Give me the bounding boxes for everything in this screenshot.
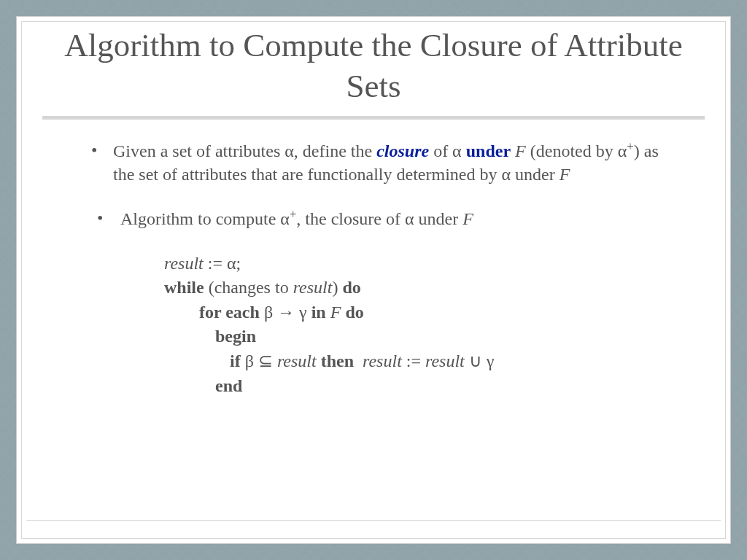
algo-line-2: while (changes to result) do xyxy=(164,276,674,300)
text: ) xyxy=(332,278,342,297)
algo-line-6: end xyxy=(164,374,674,399)
bullet-list: Given a set of attributes α, define the … xyxy=(91,139,674,231)
slide-content: Given a set of attributes α, define the … xyxy=(22,139,725,399)
var-result: result xyxy=(164,254,204,273)
var-result: result xyxy=(425,351,465,370)
slide-title: Algorithm to Compute the Closure of Attr… xyxy=(22,22,725,116)
var-F: F xyxy=(560,165,570,184)
algo-line-4: begin xyxy=(164,324,674,349)
algo-line-1: result := α; xyxy=(164,252,674,276)
text: ∪ γ xyxy=(465,351,495,370)
algo-line-3: for each β → γ in F do xyxy=(164,300,674,325)
text: , the closure of α under xyxy=(296,209,462,228)
emphasis-closure: closure xyxy=(376,141,429,160)
spacer xyxy=(354,351,363,370)
slide-card: Algorithm to Compute the Closure of Attr… xyxy=(16,16,731,544)
text: Given a set of attributes α, define the xyxy=(113,141,376,160)
emphasis-under: under xyxy=(466,141,511,160)
algo-line-5: if β ⊆ result then result := result ∪ γ xyxy=(164,349,674,374)
kw-if: if xyxy=(230,351,241,370)
text: Algorithm to compute α xyxy=(120,209,290,228)
var-F: F xyxy=(462,209,473,228)
kw-while: while xyxy=(164,278,204,297)
text: β ⊆ xyxy=(241,351,277,370)
algorithm-block: result := α; while (changes to result) d… xyxy=(164,252,674,399)
text: (denoted by α xyxy=(530,141,627,160)
var-result: result xyxy=(293,278,333,297)
kw-end: end xyxy=(215,376,242,395)
bullet-item-1: Given a set of attributes α, define the … xyxy=(91,139,674,187)
text: := xyxy=(402,351,425,370)
var-F: F xyxy=(511,141,530,160)
kw-then: then xyxy=(321,351,354,370)
text: (changes to xyxy=(204,278,293,297)
text: of α xyxy=(429,141,466,160)
bullet-item-2: Algorithm to compute α+, the closure of … xyxy=(91,206,674,230)
footer-divider xyxy=(26,520,721,521)
var-result: result xyxy=(277,351,321,370)
kw-do: do xyxy=(345,303,363,322)
superscript-plus: + xyxy=(290,207,296,221)
title-divider xyxy=(42,116,705,120)
slide-inner: Algorithm to Compute the Closure of Attr… xyxy=(21,21,726,539)
text: β → γ xyxy=(260,303,311,322)
kw-for-each: for each xyxy=(199,303,260,322)
var-result: result xyxy=(363,351,402,370)
kw-in: in xyxy=(311,303,326,322)
var-F: F xyxy=(326,303,346,322)
text: := α; xyxy=(204,254,241,273)
kw-begin: begin xyxy=(215,327,256,346)
superscript-plus: + xyxy=(627,139,633,153)
kw-do: do xyxy=(342,278,360,297)
